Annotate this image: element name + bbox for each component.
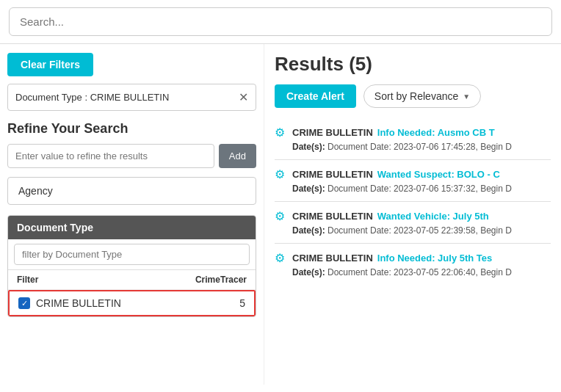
result-type-label: CRIME BULLETIN [292, 211, 373, 222]
result-date-row: Date(s): Document Date: 2023-07-05 22:39… [275, 225, 551, 236]
chevron-down-icon: ▼ [463, 92, 470, 101]
crime-bulletin-count: 5 [239, 297, 245, 309]
doc-type-row: CRIME BULLETIN 5 [8, 290, 256, 316]
doc-type-col-headers: Filter CrimeTracer [8, 270, 256, 290]
result-title-text[interactable]: Wanted Vehicle: July 5th [377, 211, 489, 222]
result-item: ⚙ CRIME BULLETIN Info Needed: July 5th T… [275, 243, 551, 285]
results-heading: Results (5) [275, 53, 551, 76]
close-icon[interactable]: ✕ [239, 90, 248, 104]
result-item: ⚙ CRIME BULLETIN Wanted Suspect: BOLO - … [275, 159, 551, 201]
result-title-text[interactable]: Wanted Suspect: BOLO - C [377, 169, 500, 180]
result-title-row: ⚙ CRIME BULLETIN Wanted Suspect: BOLO - … [275, 167, 551, 181]
result-title-text[interactable]: Info Needed: July 5th Tes [377, 253, 493, 264]
clear-filters-button[interactable]: Clear Filters [7, 53, 93, 76]
doc-type-section: Document Type Filter CrimeTracer CRIME B… [7, 215, 256, 317]
search-input[interactable] [9, 7, 552, 36]
create-alert-button[interactable]: Create Alert [275, 84, 356, 108]
result-title-row: ⚙ CRIME BULLETIN Wanted Vehicle: July 5t… [275, 209, 551, 223]
result-date-row: Date(s): Document Date: 2023-07-06 15:37… [275, 184, 551, 194]
result-type-label: CRIME BULLETIN [292, 127, 373, 138]
crime-bulletin-label: CRIME BULLETIN [36, 297, 121, 309]
refine-input-row: Add [7, 144, 256, 168]
sort-dropdown[interactable]: Sort by Relevance ▼ [363, 84, 481, 108]
crime-bulletin-icon: ⚙ [275, 251, 288, 265]
crime-bulletin-icon: ⚙ [275, 167, 288, 181]
refine-input[interactable] [7, 144, 214, 168]
col-crimetracer-label: CrimeTracer [195, 275, 247, 285]
result-item: ⚙ CRIME BULLETIN Wanted Vehicle: July 5t… [275, 201, 551, 243]
result-title-row: ⚙ CRIME BULLETIN Info Needed: July 5th T… [275, 251, 551, 265]
doc-type-header: Document Type [8, 216, 256, 239]
result-title-row: ⚙ CRIME BULLETIN Info Needed: Ausmo CB T [275, 126, 551, 139]
result-type-label: CRIME BULLETIN [292, 253, 373, 264]
results-panel: Results (5) Create Alert Sort by Relevan… [264, 44, 561, 385]
top-search-bar [0, 0, 561, 44]
result-type-label: CRIME BULLETIN [292, 169, 373, 180]
sort-label: Sort by Relevance [374, 90, 458, 102]
active-filter-text: Document Type : CRIME BULLETIN [15, 92, 169, 103]
result-item: ⚙ CRIME BULLETIN Info Needed: Ausmo CB T… [275, 118, 551, 159]
doc-type-filter-input[interactable] [14, 244, 250, 265]
doc-type-row-left: CRIME BULLETIN [18, 297, 121, 309]
result-date-row: Date(s): Document Date: 2023-07-05 22:06… [275, 267, 551, 277]
col-filter-label: Filter [17, 275, 38, 285]
result-title-text[interactable]: Info Needed: Ausmo CB T [377, 127, 495, 138]
main-layout: Clear Filters Document Type : CRIME BULL… [0, 44, 561, 385]
crime-bulletin-icon: ⚙ [275, 126, 288, 139]
agency-box[interactable]: Agency [7, 177, 256, 205]
active-filter-tag: Document Type : CRIME BULLETIN ✕ [7, 84, 256, 111]
result-date-row: Date(s): Document Date: 2023-07-06 17:45… [275, 142, 551, 152]
results-actions: Create Alert Sort by Relevance ▼ [275, 84, 551, 108]
crime-bulletin-icon: ⚙ [275, 209, 288, 223]
add-button[interactable]: Add [219, 144, 256, 168]
results-list: ⚙ CRIME BULLETIN Info Needed: Ausmo CB T… [275, 118, 551, 285]
doc-type-filter-area [8, 239, 256, 270]
sidebar: Clear Filters Document Type : CRIME BULL… [0, 44, 264, 385]
refine-heading: Refine Your Search [7, 121, 256, 137]
crime-bulletin-checkbox[interactable] [18, 297, 30, 309]
